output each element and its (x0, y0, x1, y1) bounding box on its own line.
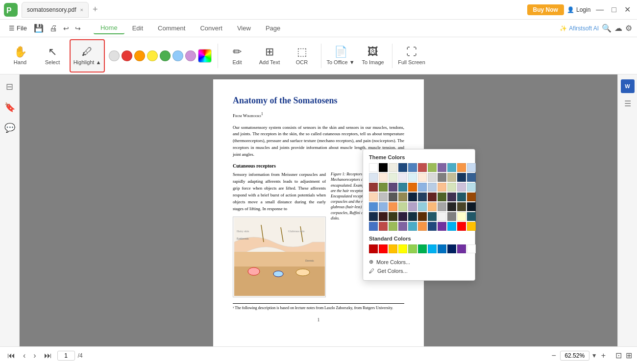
standard-color-cell[interactable] (438, 244, 446, 253)
theme-color-cell[interactable] (379, 212, 388, 221)
theme-color-cell[interactable] (389, 222, 397, 231)
theme-color-cell[interactable] (408, 222, 417, 231)
theme-color-cell[interactable] (379, 163, 388, 172)
standard-color-cell[interactable] (389, 244, 397, 253)
menu-tab-convert[interactable]: Convert (193, 23, 229, 34)
swatch-yellow[interactable] (147, 50, 158, 61)
hamburger-menu[interactable]: ☰ File (5, 24, 31, 33)
theme-color-cell[interactable] (428, 163, 437, 172)
tab-close-button[interactable]: × (80, 7, 83, 13)
theme-color-cell[interactable] (389, 193, 397, 201)
theme-color-cell[interactable] (447, 212, 456, 221)
standard-color-cell[interactable] (447, 244, 456, 253)
theme-color-cell[interactable] (447, 163, 456, 172)
hand-tool-button[interactable]: ✋ Hand (5, 40, 35, 72)
swatch-gray[interactable] (109, 50, 120, 61)
theme-color-cell[interactable] (369, 183, 378, 192)
standard-color-cell[interactable] (457, 244, 466, 253)
theme-color-cell[interactable] (418, 222, 427, 231)
theme-color-cell[interactable] (389, 183, 397, 192)
theme-color-cell[interactable] (447, 193, 456, 201)
fit-width-button[interactable]: ⊞ (626, 351, 632, 360)
menu-tab-comment[interactable]: Comment (151, 23, 192, 34)
menu-icon[interactable]: — (593, 4, 606, 15)
theme-color-cell[interactable] (408, 202, 417, 211)
theme-color-cell[interactable] (457, 222, 466, 231)
select-tool-button[interactable]: ↖ Select (37, 40, 68, 72)
next-page-button[interactable]: › (31, 350, 38, 361)
theme-color-cell[interactable] (467, 173, 476, 182)
theme-color-cell[interactable] (467, 212, 476, 221)
theme-color-cell[interactable] (398, 212, 407, 221)
zoom-out-button[interactable]: − (549, 350, 558, 361)
standard-color-cell[interactable] (418, 244, 427, 253)
theme-color-cell[interactable] (418, 183, 427, 192)
theme-color-cell[interactable] (418, 212, 427, 221)
sidebar-thumbnail-icon[interactable]: ⊟ (4, 79, 15, 94)
theme-color-cell[interactable] (398, 183, 407, 192)
menu-tab-home[interactable]: Home (94, 22, 124, 34)
theme-color-cell[interactable] (418, 202, 427, 211)
theme-color-cell[interactable] (438, 183, 446, 192)
highlight-tool-button[interactable]: 🖊 Highlight ▲ (70, 39, 105, 73)
theme-color-cell[interactable] (457, 183, 466, 192)
theme-color-cell[interactable] (389, 202, 397, 211)
search-button[interactable]: 🔍 (602, 24, 612, 33)
more-colors-button[interactable]: ⊕ More Colors... (369, 257, 469, 267)
prev-page-button[interactable]: ‹ (21, 350, 28, 361)
menu-tab-view[interactable]: View (230, 23, 258, 34)
theme-color-cell[interactable] (408, 183, 417, 192)
theme-color-cell[interactable] (467, 163, 476, 172)
theme-color-cell[interactable] (398, 193, 407, 201)
theme-color-cell[interactable] (457, 173, 466, 182)
theme-color-cell[interactable] (369, 202, 378, 211)
standard-color-cell[interactable] (398, 244, 407, 253)
theme-color-cell[interactable] (467, 202, 476, 211)
theme-color-cell[interactable] (418, 173, 427, 182)
buy-now-button[interactable]: Buy Now (527, 4, 564, 15)
menu-tab-edit[interactable]: Edit (125, 23, 150, 34)
undo-button[interactable]: ↩ (60, 24, 72, 33)
edit-tool-button[interactable]: ✏ Edit (222, 40, 252, 72)
get-colors-button[interactable]: 🖊 Get Colors... (369, 267, 469, 275)
to-office-button[interactable]: 📄 To Office ▼ (325, 40, 356, 72)
theme-color-cell[interactable] (389, 163, 397, 172)
standard-color-cell[interactable] (428, 244, 437, 253)
add-text-button[interactable]: ⊞ Add Text (254, 40, 285, 72)
theme-color-cell[interactable] (428, 212, 437, 221)
color-picker-button[interactable] (198, 49, 212, 63)
swatch-green[interactable] (160, 50, 171, 61)
theme-color-cell[interactable] (457, 163, 466, 172)
theme-color-cell[interactable] (389, 212, 397, 221)
theme-color-cell[interactable] (398, 202, 407, 211)
theme-color-cell[interactable] (447, 173, 456, 182)
theme-color-cell[interactable] (418, 163, 427, 172)
swatch-orange[interactable] (134, 50, 145, 61)
maximize-icon[interactable]: □ (609, 4, 619, 15)
theme-color-cell[interactable] (379, 222, 388, 231)
theme-color-cell[interactable] (398, 163, 407, 172)
theme-color-cell[interactable] (438, 173, 446, 182)
page-number-input[interactable] (57, 351, 75, 361)
theme-color-cell[interactable] (457, 202, 466, 211)
redo-button[interactable]: ↪ (72, 24, 84, 33)
ai-assistant-button[interactable]: ✨ Afirstsoft AI (560, 25, 599, 32)
login-area[interactable]: 👤 Login (567, 6, 590, 13)
theme-color-cell[interactable] (408, 173, 417, 182)
sidebar-comment-icon[interactable]: 💬 (2, 121, 17, 135)
theme-color-cell[interactable] (438, 202, 446, 211)
theme-color-cell[interactable] (467, 183, 476, 192)
swatch-red[interactable] (122, 50, 132, 61)
theme-color-cell[interactable] (438, 222, 446, 231)
theme-color-cell[interactable] (428, 222, 437, 231)
new-tab-button[interactable]: + (90, 4, 101, 15)
theme-color-cell[interactable] (369, 163, 378, 172)
theme-color-cell[interactable] (457, 193, 466, 201)
full-screen-button[interactable]: ⛶ Full Screen (396, 40, 427, 72)
cloud-button[interactable]: ☁ (614, 24, 622, 33)
fit-page-button[interactable]: ⊡ (615, 351, 622, 360)
theme-color-cell[interactable] (438, 212, 446, 221)
theme-color-cell[interactable] (467, 222, 476, 231)
theme-color-cell[interactable] (379, 173, 388, 182)
theme-color-cell[interactable] (379, 202, 388, 211)
